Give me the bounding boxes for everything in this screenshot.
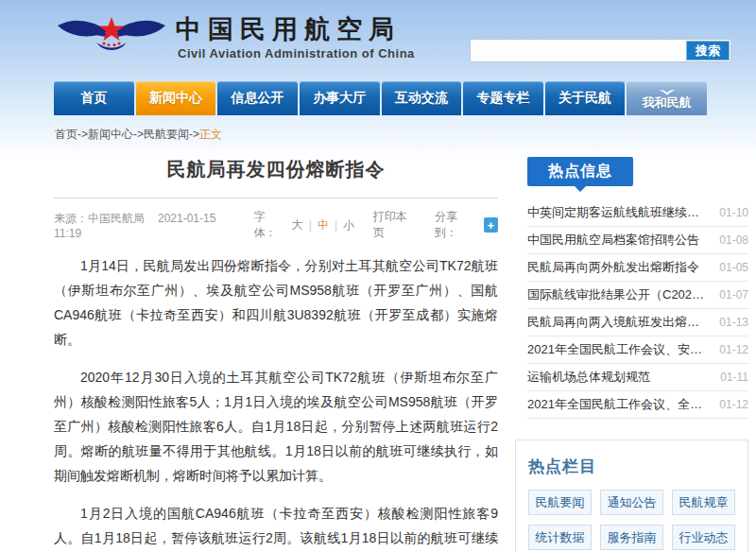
news-date: 01-12: [719, 398, 748, 411]
breadcrumb-caac-news[interactable]: 民航要闻: [144, 128, 189, 141]
list-item[interactable]: 民航局再向两外航发出熔断指令01-05: [527, 254, 748, 282]
column-link-notices[interactable]: 通知公告: [600, 490, 663, 515]
article-meta: 来源：中国民航局2021-01-15 11:19 字体：大|中|小打印本页分享到…: [54, 198, 498, 244]
breadcrumb-separator: ->: [133, 128, 144, 141]
article-meta-right: 字体：大|中|小打印本页分享到：+: [254, 209, 498, 241]
list-item[interactable]: 2021年全国民航工作会议、安全工作...01-12: [527, 336, 748, 364]
news-link[interactable]: 2021年全国民航工作会议、全国民航...: [527, 396, 709, 413]
sidebar: 热点信息 中英间定期客运航线航班继续暂停运行01-10 中国民用航空局档案馆招聘…: [515, 157, 748, 552]
breadcrumb-news-center[interactable]: 新闻中心: [88, 128, 133, 141]
nav-tab-about-caac[interactable]: 关于民航: [545, 81, 626, 115]
list-item[interactable]: 国际航线审批结果公开（C202000...01-07: [527, 282, 748, 309]
site-subtitle: Civil Aviation Administration of China: [178, 46, 415, 60]
list-item[interactable]: 2021年全国民航工作会议、全国民航...01-12: [527, 391, 748, 419]
list-item[interactable]: 运输机场总体规划规范01-11: [527, 364, 748, 391]
breadcrumb-current: 正文: [199, 128, 222, 141]
news-date: 01-12: [719, 343, 748, 356]
caac-logo-icon: [55, 11, 168, 59]
hot-columns-box: 热点栏目 民航要闻 通知公告 民航规章 统计数据 服务指南 行业动态 政策解读 …: [515, 440, 748, 552]
share-label: 分享到：: [435, 209, 478, 241]
article-title: 民航局再发四份熔断指令: [54, 157, 498, 182]
list-item[interactable]: 中英间定期客运航线航班继续暂停运行01-10: [527, 199, 748, 227]
news-link[interactable]: 中英间定期客运航线航班继续暂停运行: [527, 204, 709, 221]
font-separator: |: [309, 218, 312, 232]
news-link[interactable]: 民航局再向两入境航班发出熔断指令: [527, 314, 709, 331]
nav-tab-label: 我和民航: [643, 96, 692, 110]
news-date: 01-05: [719, 261, 748, 274]
nav-tab-info-disclosure[interactable]: 信息公开: [217, 81, 298, 115]
breadcrumb-separator: ->: [77, 128, 88, 141]
column-link-industry-trends[interactable]: 行业动态: [672, 525, 735, 550]
nav-tab-me-and-caac[interactable]: 我和民航: [627, 81, 707, 115]
article-paragraph: 1月2日入境的国航CA946航班（卡拉奇至西安）核酸检测阳性旅客9人。自1月18…: [54, 501, 498, 552]
search-input[interactable]: [471, 40, 685, 61]
nav-tab-interaction[interactable]: 互动交流: [382, 81, 462, 115]
article: 民航局再发四份熔断指令 来源：中国民航局2021-01-15 11:19 字体：…: [54, 147, 498, 552]
breadcrumb-separator: ->: [189, 128, 199, 141]
article-source: 来源：中国民航局: [54, 212, 145, 225]
news-link[interactable]: 国际航线审批结果公开（C202000...: [527, 286, 709, 303]
article-paragraph: 2020年12月30日入境的土耳其航空公司TK72航班（伊斯坦布尔至广州）核酸检…: [54, 365, 498, 488]
news-link[interactable]: 民航局再向两外航发出熔断指令: [527, 259, 699, 276]
article-meta-left: 来源：中国民航局2021-01-15 11:19: [54, 211, 254, 240]
nav-tab-home[interactable]: 首页: [54, 81, 134, 115]
font-size-small[interactable]: 小: [343, 217, 354, 233]
site-title: 中国民用航空局: [176, 12, 401, 46]
nav-tab-service-hall[interactable]: 办事大厅: [300, 81, 380, 115]
breadcrumb: 首页->新闻中心->民航要闻->正文: [55, 127, 222, 143]
news-date: 01-10: [719, 206, 748, 219]
news-link[interactable]: 2021年全国民航工作会议、安全工作...: [527, 341, 709, 358]
news-date: 01-11: [720, 371, 748, 384]
article-paragraph: 1月14日，民航局发出四份熔断指令，分别对土耳其航空公司TK72航班（伊斯坦布尔…: [54, 253, 498, 352]
article-body: 1月14日，民航局发出四份熔断指令，分别对土耳其航空公司TK72航班（伊斯坦布尔…: [54, 253, 498, 552]
nav-tab-special-topics[interactable]: 专题专栏: [463, 81, 543, 115]
breadcrumb-home[interactable]: 首页: [55, 128, 77, 141]
list-item[interactable]: 中国民用航空局档案馆招聘公告01-08: [527, 227, 748, 254]
font-size-medium[interactable]: 中: [318, 217, 329, 233]
print-page-button[interactable]: 打印本页: [373, 209, 417, 241]
hot-news-header: 热点信息: [527, 157, 633, 186]
column-link-service-guide[interactable]: 服务指南: [600, 525, 663, 550]
news-date: 01-13: [719, 316, 748, 329]
font-separator: |: [335, 218, 337, 232]
hot-news-list: 中英间定期客运航线航班继续暂停运行01-10 中国民用航空局档案馆招聘公告01-…: [527, 199, 748, 419]
column-link-caac-news[interactable]: 民航要闻: [528, 490, 592, 515]
column-link-statistics[interactable]: 统计数据: [528, 525, 592, 550]
font-size-large[interactable]: 大: [292, 217, 303, 233]
share-plus-icon[interactable]: +: [484, 217, 498, 233]
news-link[interactable]: 运输机场总体规划规范: [527, 369, 650, 386]
font-size-label: 字体：: [254, 209, 286, 241]
main-nav: 首页 新闻中心 信息公开 办事大厅 互动交流 专题专栏 关于民航 我和民航: [54, 81, 707, 115]
news-date: 01-07: [719, 288, 748, 302]
news-date: 01-08: [719, 233, 748, 247]
hot-columns-grid: 民航要闻 通知公告 民航规章 统计数据 服务指南 行业动态 政策解读 航旅指南 …: [528, 490, 735, 552]
list-item[interactable]: 民航局再向两入境航班发出熔断指令01-13: [527, 309, 748, 336]
news-link[interactable]: 中国民用航空局档案馆招聘公告: [527, 232, 699, 249]
nav-tab-news-center[interactable]: 新闻中心: [136, 81, 216, 115]
search-button[interactable]: 搜索: [686, 41, 730, 60]
hot-columns-title: 热点栏目: [528, 456, 735, 477]
column-link-regulations[interactable]: 民航规章: [672, 490, 735, 515]
search-bar: 搜索: [470, 39, 731, 62]
